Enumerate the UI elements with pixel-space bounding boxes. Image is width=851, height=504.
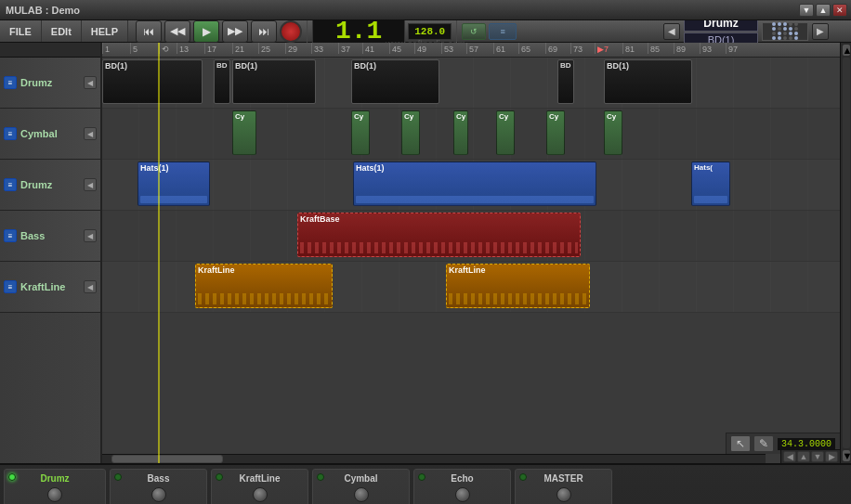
channel-name-kraftline: KraftLine [240, 473, 281, 484]
menu-file[interactable]: FILE [0, 20, 42, 42]
clip-hats-1[interactable]: Hats(1) [137, 162, 210, 206]
ruler-tick: 25 [258, 43, 270, 54]
track-icon-drumz2: ≡ [4, 178, 17, 191]
next-device-button[interactable]: ▶ [812, 23, 829, 40]
channel-led-echo[interactable] [418, 473, 426, 481]
clip-bd1-4[interactable]: BD(1) [351, 59, 439, 104]
clip-hats-3[interactable]: Hats( [691, 162, 730, 206]
track-lane-cymbal: Cy Cy Cy Cy Cy Cy Cy [102, 109, 840, 160]
ruler-tick: ▶7 [595, 43, 609, 54]
track-lane-kraftline: KraftLine KraftLine [102, 262, 840, 313]
track-name-drumz: Drumz [20, 77, 84, 88]
clip-bd-2[interactable]: BD [214, 59, 230, 104]
channel-name-master: MASTER [543, 473, 583, 484]
track-name-bass: Bass [20, 230, 84, 241]
clip-cy-2[interactable]: Cy [351, 110, 370, 155]
ruler-tick: 85 [648, 43, 660, 54]
clip-bd1-1[interactable]: BD(1) [102, 59, 203, 104]
track-lane-drumz2: Hats(1) Hats(1) Hats( [102, 160, 840, 211]
channel-led-kraftline[interactable] [216, 473, 223, 481]
mixer-nav: ◀ ▶ [616, 469, 633, 504]
app-title: MULAB : Demo [6, 5, 80, 16]
knob-echo-1[interactable] [455, 487, 470, 502]
scroll-down-button[interactable]: ▼ [843, 450, 850, 461]
ruler-tick: 17 [204, 43, 216, 54]
close-button[interactable]: ✕ [832, 4, 847, 17]
ruler-tick: 53 [441, 43, 453, 54]
clip-kraftbase[interactable]: KraftBase [297, 213, 581, 257]
forward-button[interactable]: ▶▶ [222, 20, 248, 43]
prev-device-button[interactable]: ◀ [663, 23, 680, 40]
knob-master-1[interactable] [556, 487, 571, 502]
ruler-tick: 33 [311, 43, 323, 54]
minimize-button[interactable]: ▼ [799, 4, 814, 17]
ruler-tick: 49 [414, 43, 426, 54]
rewind-button[interactable]: ⏮ [136, 20, 162, 43]
clip-bd-5[interactable]: BD [557, 59, 574, 104]
end-button[interactable]: ⏭ [251, 20, 277, 43]
play-button[interactable]: ▶ [193, 20, 219, 43]
mixer-channel-kraftline: KraftLine [211, 469, 308, 504]
ruler-tick: 69 [545, 43, 557, 54]
vertical-scrollbar[interactable]: ▲ ▼ [840, 43, 851, 463]
track-mute-drumz2[interactable] [84, 178, 97, 191]
pen-tool-button[interactable]: ✎ [753, 435, 774, 452]
track-mute-bass[interactable] [84, 229, 97, 242]
ruler-tick: 13 [177, 43, 189, 54]
title-bar: MULAB : Demo ▼ ▲ ✕ [0, 0, 851, 20]
clip-bd1-5[interactable]: BD(1) [604, 59, 692, 104]
knob-bass-1[interactable] [151, 487, 166, 502]
track-name-drumz2: Drumz [20, 179, 84, 190]
clip-kraftline-2[interactable]: KraftLine [446, 264, 590, 308]
menu-help[interactable]: HELP [82, 20, 128, 42]
knob-kraftline-1[interactable] [253, 487, 268, 502]
nav-down-button[interactable]: ▼ [811, 451, 824, 462]
clip-cy-6[interactable]: Cy [546, 110, 565, 155]
track-mute-cymbal[interactable] [84, 127, 97, 140]
mixer-channel-master: MASTER [515, 469, 612, 504]
mixer-channel-bass: Bass [110, 469, 207, 504]
ruler-spacer [0, 43, 100, 58]
clip-cy-5[interactable]: Cy [496, 110, 515, 155]
loop-button[interactable]: ↺ [462, 23, 486, 40]
pattern-button[interactable]: ≡ [489, 23, 517, 40]
clip-cy-1[interactable]: Cy [232, 110, 256, 155]
clip-kraftline-1[interactable]: KraftLine [195, 264, 333, 308]
track-header-drumz2: ≡ Drumz [0, 160, 100, 211]
back-button[interactable]: ◀◀ [164, 20, 190, 43]
track-header-drumz: ≡ Drumz [0, 58, 100, 109]
cursor-tool-button[interactable]: ↖ [730, 435, 751, 452]
mixer-channel-drumz: Drumz [4, 469, 106, 504]
ruler-tick: 73 [570, 43, 583, 54]
track-icon-cymbal: ≡ [4, 127, 17, 140]
nav-prev-button[interactable]: ◀ [783, 451, 796, 462]
track-mute-drumz[interactable] [84, 76, 97, 89]
scroll-up-button[interactable]: ▲ [843, 45, 850, 56]
bpm-display: 128.0 [408, 23, 452, 40]
ruler-tick: 41 [362, 43, 374, 54]
record-button[interactable] [280, 20, 302, 43]
channel-led-cymbal[interactable] [317, 473, 324, 481]
channel-led-master[interactable] [519, 473, 527, 481]
nav-next-button[interactable]: ▶ [825, 451, 838, 462]
menu-edit[interactable]: EDIt [42, 20, 82, 42]
channel-name-cymbal: Cymbal [344, 473, 377, 484]
channel-led-bass[interactable] [114, 473, 122, 481]
clip-cy-7[interactable]: Cy [604, 110, 622, 155]
track-header-bass: ≡ Bass [0, 211, 100, 262]
knob-cymbal-1[interactable] [354, 487, 369, 502]
channel-led-drumz[interactable] [8, 473, 16, 481]
knob-drumz-1[interactable] [47, 487, 62, 502]
maximize-button[interactable]: ▲ [816, 4, 831, 17]
track-mute-kraftline[interactable] [84, 280, 97, 293]
clip-cy-3[interactable]: Cy [401, 110, 420, 155]
ruler-tick: ⟲ [159, 43, 169, 54]
clip-hats-2[interactable]: Hats(1) [353, 162, 596, 206]
nav-up-button[interactable]: ▲ [797, 451, 810, 462]
ruler-tick: 65 [518, 43, 530, 54]
ruler-tick: 61 [493, 43, 505, 54]
clip-bd1-3[interactable]: BD(1) [232, 59, 316, 104]
ruler: 1 5 ⟲ 13 17 21 25 29 33 37 41 45 49 53 5… [102, 43, 840, 58]
ruler-tick: 57 [466, 43, 478, 54]
clip-cy-4[interactable]: Cy [453, 110, 468, 155]
